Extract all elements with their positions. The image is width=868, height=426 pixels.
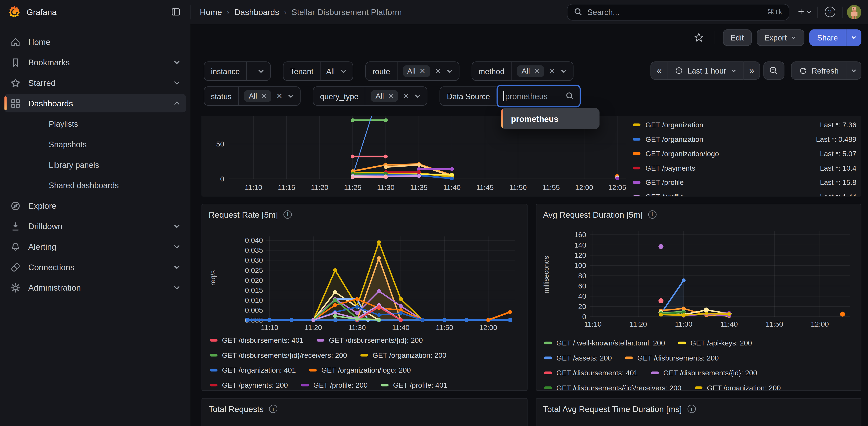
filter-pill-tenant[interactable]: TenantAll	[283, 61, 353, 81]
sidebar-item-explore[interactable]: Explore	[4, 196, 186, 215]
legend-item[interactable]: GET /organization/logo: 200	[309, 366, 411, 374]
legend-item[interactable]: GET /profile: 401	[381, 381, 447, 389]
legend-item[interactable]: GET /disbursements/{id}/receivers: 200	[544, 384, 682, 391]
chevron-down-icon[interactable]	[257, 68, 265, 75]
filter-pill-status[interactable]: statusAll✕✕	[204, 87, 301, 106]
filter-pill-method[interactable]: methodAll✕✕	[471, 61, 574, 81]
remove-value-icon[interactable]: ✕	[420, 68, 425, 75]
grafana-logo-icon[interactable]	[8, 5, 21, 19]
legend-item[interactable]: GET /disbursements/{id}/receivers: 200	[210, 351, 347, 359]
search-input[interactable]: Search... ⌘+k	[567, 4, 789, 20]
sidebar-item-drilldown[interactable]: Drilldown	[4, 217, 186, 235]
clear-filter-icon[interactable]: ✕	[276, 92, 282, 100]
data-point	[246, 318, 250, 322]
filter-pill-route[interactable]: routeAll✕✕	[365, 61, 459, 81]
legend-item[interactable]: GET /disbursements: 401	[544, 369, 638, 377]
chevron-down-icon[interactable]	[173, 243, 181, 250]
remove-value-icon[interactable]: ✕	[534, 68, 540, 75]
sidebar-item-shared-dashboards[interactable]: Shared dashboards	[4, 176, 186, 194]
share-button[interactable]: Share	[809, 29, 845, 45]
chevron-down-icon[interactable]	[414, 92, 422, 100]
legend-item[interactable]: GET /.well-known/stellar.toml: 200	[544, 339, 665, 347]
legend-item[interactable]: GET /profile Last *: 1.44	[633, 189, 856, 196]
panel-total-requests[interactable]: Total Requests i	[202, 398, 528, 426]
avatar[interactable]	[847, 5, 862, 19]
sidebar-item-library-panels[interactable]: Library panels	[4, 156, 186, 174]
chevron-down-icon[interactable]	[560, 68, 567, 75]
sidebar-item-playlists[interactable]: Playlists	[4, 115, 186, 133]
remove-value-icon[interactable]: ✕	[261, 92, 267, 100]
sidebar-item-snapshots[interactable]: Snapshots	[4, 135, 186, 153]
filter-pill-query_type[interactable]: query_typeAll✕✕	[313, 87, 428, 106]
filter-value[interactable]: All	[326, 67, 335, 76]
legend-item[interactable]: GET /organization Last *: 7.36	[633, 117, 856, 132]
chevron-down-icon[interactable]	[287, 92, 294, 100]
series-name: GET /profile: 200	[313, 381, 368, 389]
remove-value-icon[interactable]: ✕	[388, 92, 394, 100]
chevron-down-icon[interactable]	[446, 68, 453, 75]
breadcrumb-home[interactable]: Home	[200, 7, 222, 17]
datasource-input[interactable]: prometheus	[497, 85, 581, 108]
legend-item[interactable]: GET /disbursements/{id}: 200	[651, 369, 757, 377]
legend-item[interactable]: GET /organization: 200	[695, 384, 781, 391]
clear-filter-icon[interactable]: ✕	[403, 92, 409, 100]
legend-item[interactable]: GET /organization/logo Last *: 5.07	[633, 146, 856, 161]
sidebar-item-home[interactable]: Home	[4, 33, 186, 51]
legend-item[interactable]: GET /disbursements/{id}: 200	[317, 336, 423, 344]
legend-item[interactable]: GET /organization Last *: 0.489	[633, 132, 856, 146]
datasource-option-prometheus[interactable]: prometheus	[503, 108, 566, 129]
filter-pill-instance[interactable]: instance	[204, 61, 271, 81]
edit-button[interactable]: Edit	[723, 29, 751, 45]
refresh-button[interactable]: Refresh	[791, 61, 846, 80]
y-tick-label: 20	[578, 302, 586, 310]
legend-item[interactable]: GET /profile Last *: 15.8	[633, 175, 856, 189]
info-icon[interactable]: i	[269, 405, 277, 413]
chevron-down-icon[interactable]	[173, 59, 181, 66]
chevron-down-icon[interactable]	[173, 79, 181, 87]
sidebar-item-alerting[interactable]: Alerting	[4, 238, 186, 256]
time-range-picker[interactable]: Last 1 hour	[668, 61, 743, 80]
sidebar-collapse-icon[interactable]	[168, 5, 183, 19]
export-button[interactable]: Export	[756, 29, 804, 45]
legend-item[interactable]: GET /disbursements: 200	[625, 354, 719, 362]
time-shift-back-button[interactable]: «	[650, 61, 668, 80]
panel-avg-duration[interactable]: Avg Request Duration [5m] i 11:1011:2011…	[536, 204, 862, 391]
refresh-interval-chevron[interactable]	[846, 61, 862, 80]
legend-item[interactable]: GET /disbursements: 401	[210, 336, 304, 344]
share-menu-chevron[interactable]	[846, 29, 862, 45]
sidebar-item-connections[interactable]: Connections	[4, 258, 186, 276]
filter-value-chip[interactable]: All✕	[403, 65, 430, 77]
chevron-down-icon[interactable]	[340, 68, 347, 75]
chevron-up-icon[interactable]	[173, 100, 181, 107]
time-shift-forward-button[interactable]: »	[743, 61, 760, 80]
add-button[interactable]: +	[797, 5, 813, 19]
zoom-out-button[interactable]	[763, 61, 784, 80]
help-button[interactable]: ?	[822, 5, 837, 19]
info-icon[interactable]: i	[283, 210, 292, 219]
legend-item[interactable]: GET /assets: 200	[544, 354, 612, 362]
legend-item[interactable]: GET /organization: 200	[360, 351, 446, 359]
sidebar-item-starred[interactable]: Starred	[4, 73, 186, 92]
filter-value-chip[interactable]: All✕	[517, 65, 544, 77]
sidebar-item-bookmarks[interactable]: Bookmarks	[4, 53, 186, 71]
legend-item[interactable]: GET /payments: 200	[210, 381, 288, 389]
clear-filter-icon[interactable]: ✕	[435, 68, 441, 75]
breadcrumb-dashboards[interactable]: Dashboards	[235, 7, 279, 17]
clear-filter-icon[interactable]: ✕	[549, 68, 555, 75]
sidebar-item-dashboards[interactable]: Dashboards	[4, 94, 186, 112]
sidebar-item-administration[interactable]: Administration	[4, 278, 186, 297]
chevron-down-icon[interactable]	[173, 264, 181, 271]
legend-item[interactable]: GET /api-keys: 200	[678, 339, 752, 347]
panel-total-avg-duration[interactable]: Total Avg Request Time Duration [ms] i	[536, 398, 862, 426]
legend-item[interactable]: GET /payments Last *: 10.4	[633, 161, 856, 175]
info-icon[interactable]: i	[687, 405, 696, 413]
chevron-down-icon[interactable]	[173, 222, 181, 230]
filter-value-chip[interactable]: All✕	[371, 90, 398, 102]
legend-item[interactable]: GET /profile: 200	[301, 381, 368, 389]
favorite-star-icon[interactable]	[691, 30, 707, 45]
info-icon[interactable]: i	[648, 210, 656, 219]
legend-item[interactable]: GET /organization: 401	[210, 366, 296, 374]
filter-value-chip[interactable]: All✕	[244, 90, 272, 102]
chevron-down-icon[interactable]	[173, 284, 181, 291]
panel-request-rate[interactable]: Request Rate [5m] i 11:1011:2011:3011:40…	[202, 204, 528, 391]
